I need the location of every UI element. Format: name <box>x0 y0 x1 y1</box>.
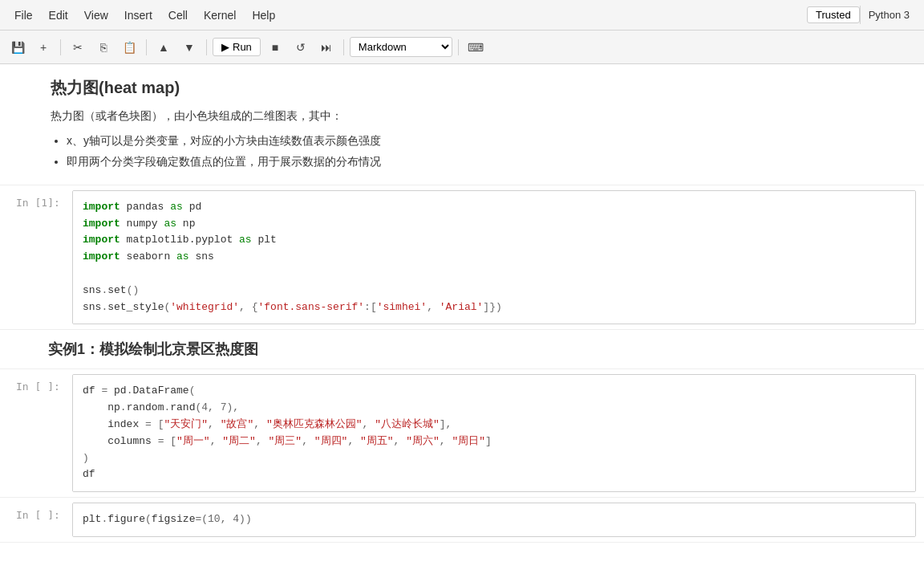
copy-button[interactable]: ⎘ <box>92 36 115 59</box>
separator3 <box>206 39 207 55</box>
separator5 <box>458 39 459 55</box>
code-cell-2: In [ ]: df = pd.DataFrame( np.random.ran… <box>0 368 924 497</box>
markdown-cell-2: 实例1：模拟绘制北京景区热度图 <box>0 329 924 368</box>
cell-prompt-1: In [1]: <box>0 185 72 330</box>
cell-prompt-2: In [ ]: <box>0 369 72 497</box>
menubar: File Edit View Insert Cell Kernel Help T… <box>0 0 924 31</box>
save-button[interactable]: 💾 <box>6 36 29 59</box>
restart-button[interactable]: ↺ <box>290 36 312 59</box>
menu-kernel[interactable]: Kernel <box>196 4 244 26</box>
list-item-2: 即用两个分类字段确定数值点的位置，用于展示数据的分布情况 <box>67 152 876 172</box>
section-list-1: x、y轴可以是分类变量，对应的小方块由连续数值表示颜色强度 即用两个分类字段确定… <box>51 131 876 171</box>
stop-button[interactable]: ■ <box>264 36 286 59</box>
toolbar: 💾 + ✂ ⎘ 📋 ▲ ▼ ▶ Run ■ ↺ ⏭ Markdown Code … <box>0 31 924 64</box>
menu-file[interactable]: File <box>6 4 41 26</box>
cell-prompt-3: In [ ]: <box>0 498 72 542</box>
code-cell-3: In [ ]: plt.figure(figsize=(10, 4)) <box>0 497 924 543</box>
markdown-cell-1: 热力图(heat map) 热力图（或者色块图），由小色块组成的二维图表，其中：… <box>0 64 924 185</box>
cell-content-1[interactable]: import pandas as pd import numpy as np i… <box>72 190 916 325</box>
code-cell-1: In [1]: import pandas as pd import numpy… <box>0 185 924 330</box>
paste-button[interactable]: 📋 <box>118 36 140 59</box>
cell-content-2[interactable]: df = pd.DataFrame( np.random.rand(4, 7),… <box>72 374 916 492</box>
trusted-button[interactable]: Trusted <box>807 6 860 23</box>
separator2 <box>146 39 147 55</box>
run-icon: ▶ <box>221 41 229 53</box>
cell-content-3[interactable]: plt.figure(figsize=(10, 4)) <box>72 503 916 537</box>
run-label: Run <box>233 41 252 53</box>
move-down-button[interactable]: ▼ <box>178 36 201 59</box>
menu-help[interactable]: Help <box>244 4 283 26</box>
cell-type-select[interactable]: Markdown Code Raw NBConvert Heading <box>350 37 452 57</box>
keyboard-button[interactable]: ⌨ <box>464 36 487 59</box>
fastforward-button[interactable]: ⏭ <box>315 36 338 59</box>
move-up-button[interactable]: ▲ <box>152 36 175 59</box>
notebook-content: 热力图(heat map) 热力图（或者色块图），由小色块组成的二维图表，其中：… <box>0 64 924 543</box>
menu-view[interactable]: View <box>76 4 116 26</box>
kernel-info: Python 3 <box>860 6 918 24</box>
cut-button[interactable]: ✂ <box>67 36 89 59</box>
section-title-1: 热力图(heat map) <box>51 77 876 99</box>
section-para-1: 热力图（或者色块图），由小色块组成的二维图表，其中： <box>51 107 876 124</box>
add-cell-button[interactable]: + <box>32 36 55 59</box>
code-area-3[interactable]: plt.figure(figsize=(10, 4)) <box>73 503 915 536</box>
menu-cell[interactable]: Cell <box>160 4 196 26</box>
section-title-2: 实例1：模拟绘制北京景区热度图 <box>48 340 876 359</box>
list-item-1: x、y轴可以是分类变量，对应的小方块由连续数值表示颜色强度 <box>67 131 876 151</box>
separator1 <box>60 39 61 55</box>
menu-items: File Edit View Insert Cell Kernel Help <box>6 4 807 26</box>
code-area-1[interactable]: import pandas as pd import numpy as np i… <box>73 191 915 324</box>
menu-insert[interactable]: Insert <box>116 4 160 26</box>
separator4 <box>343 39 344 55</box>
code-area-2[interactable]: df = pd.DataFrame( np.random.rand(4, 7),… <box>73 375 915 491</box>
run-button[interactable]: ▶ Run <box>213 38 261 56</box>
menu-edit[interactable]: Edit <box>41 4 76 26</box>
